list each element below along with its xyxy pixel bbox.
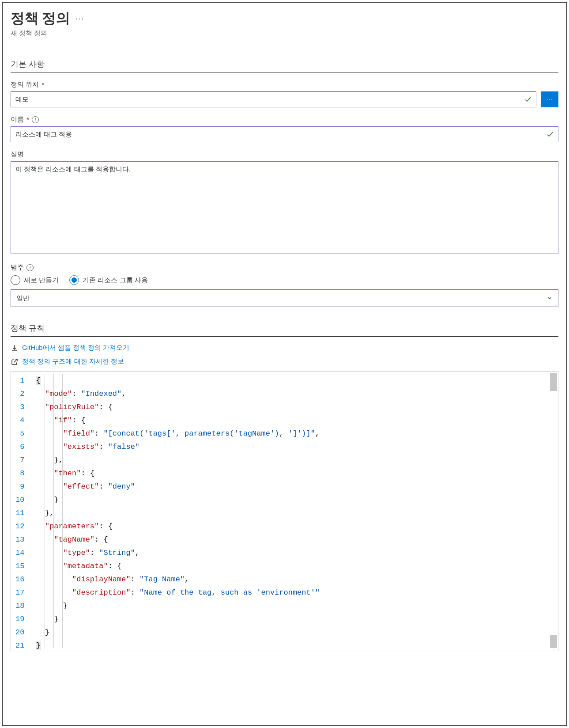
code-line: } [36,626,558,639]
radio-icon [11,275,20,285]
field-category: 범주 i 새로 만들기 기존 리소스 그룹 사용 일반 [11,263,558,307]
chevron-down-icon [546,295,553,301]
link-structure-text: 정책 정의 구조에 대한 자세한 정보 [22,357,124,366]
code-line: "mode": "Indexed", [36,387,558,401]
link-github-text: GitHub에서 샘플 정책 정의 가져오기 [22,344,129,352]
category-radio-group: 새로 만들기 기존 리소스 그룹 사용 [11,275,558,285]
code-line: }, [36,454,558,467]
code-line: "metadata": { [36,560,558,573]
code-line: "effect": "deny" [36,480,558,493]
page-title: 정책 정의 [11,9,70,28]
field-name: 이름 * i [11,115,558,142]
code-line: "if": { [36,414,558,427]
code-line: "description": "Name of the tag, such as… [36,586,558,599]
policy-rule-editor[interactable]: 123456789101112131415161718192021 { "mod… [11,371,558,651]
policy-rule-links: GitHub에서 샘플 정책 정의 가져오기 정책 정의 구조에 대한 자세한 … [11,344,558,366]
label-category: 범주 i [11,263,558,272]
header: 정책 정의 ··· [11,9,558,28]
link-structure-info[interactable]: 정책 정의 구조에 대한 자세한 정보 [11,357,558,366]
divider [11,72,558,72]
scope-picker-button[interactable]: ··· [541,91,558,107]
code-line: { [36,374,558,387]
label-definition-location: 정의 위치 * [11,80,558,89]
code-line: "tagName": { [36,533,558,546]
description-textarea[interactable] [11,161,558,254]
radio-use-existing-label: 기존 리소스 그룹 사용 [83,276,148,284]
policy-definition-panel: 정책 정의 ··· 새 정책 정의 기본 사항 정의 위치 * ··· 이름 *… [2,2,567,726]
more-icon[interactable]: ··· [75,14,84,23]
info-icon[interactable]: i [26,264,34,271]
field-description: 설명 [11,150,558,255]
category-select-value: 일반 [16,294,30,303]
required-mark: * [26,116,29,123]
label-definition-location-text: 정의 위치 [11,80,39,89]
code-line: } [36,599,558,613]
link-github-samples[interactable]: GitHub에서 샘플 정책 정의 가져오기 [11,344,558,352]
code-line: "displayName": "Tag Name", [36,573,558,586]
radio-icon-selected [69,275,79,285]
label-name: 이름 * i [11,115,558,124]
definition-location-input[interactable] [11,91,536,107]
code-line: "type": "String", [36,546,558,560]
page-subtitle: 새 정책 정의 [11,29,558,38]
radio-create-new[interactable]: 새로 만들기 [11,275,59,285]
code-line: "then": { [36,467,558,480]
check-icon [524,95,532,103]
info-icon[interactable]: i [32,116,39,123]
line-number-gutter: 123456789101112131415161718192021 [11,372,32,651]
required-mark: * [41,81,44,88]
section-basics-label: 기본 사항 [11,59,558,69]
name-input[interactable] [11,126,558,142]
code-line: "parameters": { [36,520,558,533]
code-line: }, [36,507,558,520]
divider [11,336,558,337]
label-description: 설명 [11,150,558,159]
section-policy-rule-label: 정책 규칙 [11,323,558,334]
label-category-text: 범주 [11,263,24,272]
code-line: } [36,639,558,651]
external-link-icon [11,358,19,366]
code-line: "policyRule": { [36,401,558,414]
check-icon [546,130,554,138]
code-line: } [36,493,558,507]
radio-create-new-label: 새로 만들기 [24,276,59,284]
radio-use-existing[interactable]: 기존 리소스 그룹 사용 [69,275,148,285]
download-icon [11,344,19,352]
code-line: "exists": "false" [36,440,558,454]
code-line: "field": "[concat('tags[', parameters('t… [36,427,558,440]
label-description-text: 설명 [11,150,24,159]
field-definition-location: 정의 위치 * ··· [11,80,558,107]
code-area[interactable]: { "mode": "Indexed", "policyRule": { "if… [32,372,558,651]
category-select[interactable]: 일반 [11,289,558,307]
code-line: } [36,613,558,626]
label-name-text: 이름 [11,115,24,124]
ellipsis-icon: ··· [546,96,553,103]
